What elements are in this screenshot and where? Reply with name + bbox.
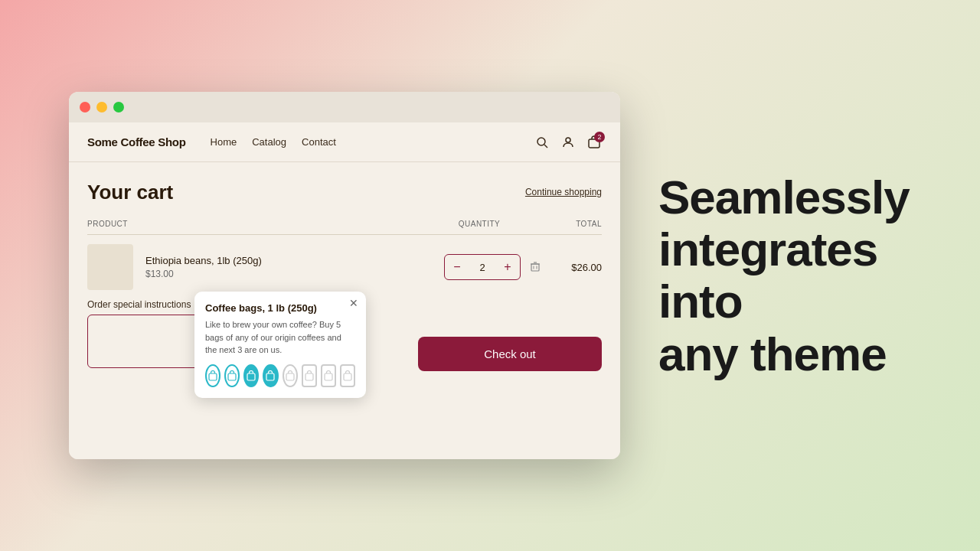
bag-icon-6[interactable] — [302, 364, 317, 387]
delete-item-button[interactable] — [530, 261, 541, 274]
account-icon[interactable] — [560, 135, 576, 150]
browser-window: Some Coffee Shop Home Catalog Contact — [69, 92, 620, 459]
bag-icon-4[interactable] — [263, 364, 278, 387]
bag-icon-5[interactable] — [283, 364, 298, 387]
main-content: Your cart Continue shopping PRODUCT QUAN… — [69, 162, 620, 459]
tooltip-close-button[interactable]: ✕ — [349, 298, 358, 308]
svg-rect-4 — [531, 264, 539, 271]
svg-rect-13 — [286, 373, 294, 380]
continue-shopping-link[interactable]: Continue shopping — [525, 187, 602, 197]
bag-icon-1[interactable] — [205, 364, 220, 387]
svg-line-1 — [544, 145, 547, 148]
tagline-line2: integrates into — [658, 223, 877, 328]
svg-point-2 — [566, 138, 570, 142]
bag-icon-2[interactable] — [224, 364, 240, 387]
item-image — [87, 244, 133, 290]
quantity-control: − 2 + — [444, 254, 521, 280]
tooltip-title: Coffee bags, 1 lb (250g) — [205, 302, 355, 314]
browser-titlebar — [69, 92, 620, 122]
search-icon[interactable] — [534, 135, 550, 150]
item-price: $13.00 — [145, 269, 444, 279]
tagline-text: Seamlessly integrates into any theme — [658, 171, 949, 380]
svg-rect-12 — [266, 373, 274, 380]
cart-table-header: PRODUCT QUANTITY TOTAL — [87, 220, 602, 235]
brand-logo[interactable]: Some Coffee Shop — [87, 135, 186, 148]
tagline-line1: Seamlessly — [658, 171, 910, 223]
svg-rect-14 — [305, 373, 313, 380]
cart-title: Your cart — [87, 181, 173, 204]
svg-point-0 — [537, 138, 545, 145]
bag-icon-3[interactable] — [243, 364, 259, 387]
nav-links: Home Catalog Contact — [211, 136, 534, 148]
svg-rect-9 — [209, 373, 217, 380]
cart-item: Ethiopia beans, 1lb (250g) $13.00 − 2 + — [87, 244, 602, 290]
tagline-line3: any theme — [658, 327, 887, 380]
close-button[interactable] — [80, 102, 90, 112]
nav-home[interactable]: Home — [211, 136, 237, 148]
col-product-header: PRODUCT — [87, 220, 418, 228]
icon-row — [205, 364, 355, 387]
checkout-area: Check out — [352, 299, 602, 371]
cart-badge: 2 — [594, 132, 605, 142]
item-details: Ethiopia beans, 1lb (250g) $13.00 — [145, 255, 444, 279]
maximize-button[interactable] — [113, 102, 124, 112]
nav-catalog[interactable]: Catalog — [252, 136, 286, 148]
svg-rect-16 — [344, 373, 351, 380]
quantity-increase-button[interactable]: + — [495, 254, 520, 280]
quantity-decrease-button[interactable]: − — [445, 254, 469, 280]
nav-contact[interactable]: Contact — [302, 136, 336, 148]
nav-icons: 2 — [534, 135, 602, 150]
tooltip-popup: ✕ Coffee bags, 1 lb (250g) Like to brew … — [194, 292, 366, 398]
col-quantity-header: QUANTITY — [418, 220, 541, 228]
bag-icon-7[interactable] — [321, 364, 336, 387]
cart-header: Your cart Continue shopping — [87, 181, 602, 204]
right-tagline: Seamlessly integrates into any theme — [658, 171, 980, 380]
minimize-button[interactable] — [96, 102, 107, 112]
col-total-header: TOTAL — [541, 220, 602, 228]
svg-rect-10 — [228, 373, 236, 380]
item-name: Ethiopia beans, 1lb (250g) — [145, 255, 444, 266]
svg-rect-15 — [325, 373, 332, 380]
bottom-section: Order special instructions Check out ✕ C… — [87, 299, 602, 371]
quantity-value: 2 — [469, 262, 495, 273]
svg-rect-11 — [247, 373, 255, 380]
item-total: $26.00 — [556, 262, 602, 273]
browser-content: Some Coffee Shop Home Catalog Contact — [69, 122, 620, 459]
navigation: Some Coffee Shop Home Catalog Contact — [69, 122, 620, 162]
cart-icon[interactable]: 2 — [586, 135, 602, 150]
tooltip-text: Like to brew your own coffee? Buy 5 bags… — [205, 318, 355, 357]
checkout-button[interactable]: Check out — [418, 337, 602, 371]
bag-icon-8[interactable] — [340, 364, 355, 387]
